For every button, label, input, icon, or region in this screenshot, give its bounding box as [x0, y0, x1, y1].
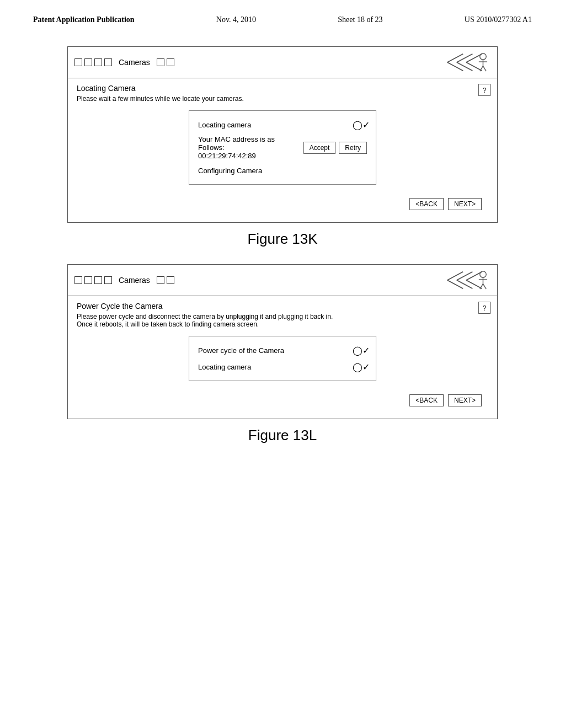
patent-number: US 2010/0277302 A1: [465, 15, 532, 24]
help-button-13k[interactable]: ?: [478, 84, 491, 96]
wizard-box-13l: Cameras: [67, 264, 498, 419]
next-button-13k[interactable]: NEXT>: [448, 198, 482, 210]
back-button-13l[interactable]: <BACK: [409, 394, 444, 406]
arrow-icon-area-13l: [441, 269, 491, 291]
help-button-13l[interactable]: ?: [478, 302, 491, 314]
locating-camera-check: ◯✓: [355, 119, 367, 131]
configuring-camera-label: Configuring Camera: [198, 167, 355, 175]
wizard-box-13k: Cameras: [67, 46, 498, 223]
svg-line-5: [466, 62, 482, 71]
svg-line-0: [447, 54, 463, 62]
nav-square-13l-1: [74, 276, 82, 284]
svg-point-6: [480, 53, 486, 60]
svg-line-10: [483, 66, 486, 72]
sheet-label: Sheet 18 of 23: [338, 15, 382, 24]
cameras-label-13k: Cameras: [119, 58, 150, 67]
wizard-title-13l: Power Cycle the Camera: [77, 302, 488, 311]
svg-line-3: [457, 62, 473, 71]
nav-squares-right-13l: [157, 276, 174, 284]
svg-line-21: [483, 284, 486, 290]
svg-line-4: [466, 54, 482, 62]
mac-label-block: Your MAC address is as Follows: 00:21:29…: [198, 135, 300, 160]
wizard-content-13k: ? Locating Camera Please wait a few minu…: [68, 78, 497, 222]
progress-row-configuring: Configuring Camera: [198, 164, 367, 176]
nav-square-2: [84, 58, 92, 66]
nav-square-3: [94, 58, 102, 66]
nav-square-13l-2: [84, 276, 92, 284]
svg-line-15: [466, 272, 482, 280]
arrow-svg-13k: [441, 51, 491, 73]
locating-camera-label-13l: Locating camera: [198, 363, 355, 371]
locating-camera-label: Locating camera: [198, 121, 355, 129]
wizard-footer-13k: <BACK NEXT>: [77, 194, 488, 217]
svg-point-17: [480, 271, 486, 277]
svg-line-16: [466, 280, 482, 288]
nav-square-13l-right-2: [167, 276, 174, 284]
nav-square-right-2: [167, 58, 174, 66]
locating-camera-check-13l: ◯✓: [355, 361, 367, 373]
cameras-label-13l: Cameras: [119, 276, 150, 285]
svg-line-13: [457, 272, 473, 280]
nav-square-13l-3: [94, 276, 102, 284]
accept-button[interactable]: Accept: [303, 142, 336, 154]
wizard-subtitle-13k: Please wait a few minutes while we locat…: [77, 95, 488, 103]
svg-line-1: [447, 62, 463, 71]
nav-square-13l-right-1: [157, 276, 164, 284]
nav-square-13l-4: [104, 276, 112, 284]
svg-line-11: [447, 272, 463, 280]
configuring-camera-check: [355, 164, 367, 176]
wizard-subtitle-13l-line1: Please power cycle and disconnect the ca…: [77, 313, 488, 328]
progress-box-13k: Locating camera ◯✓ Your MAC address is a…: [189, 110, 376, 185]
mac-label-line2: 00:21:29:74:42:89: [198, 152, 300, 160]
progress-box-13l: Power cycle of the Camera ◯✓ Locating ca…: [189, 336, 376, 381]
svg-line-14: [457, 280, 473, 288]
progress-row-power-cycle: Power cycle of the Camera ◯✓: [198, 344, 367, 356]
mac-label-line1: Your MAC address is as Follows:: [198, 135, 300, 152]
date-label: Nov. 4, 2010: [216, 15, 256, 24]
figure-13k-wrapper: Cameras: [44, 46, 521, 248]
publication-label: Patent Application Publication: [33, 15, 135, 24]
power-cycle-label: Power cycle of the Camera: [198, 346, 355, 355]
wizard-title-13k: Locating Camera: [77, 84, 488, 93]
figure-13l-wrapper: Cameras: [44, 264, 521, 444]
page-header: Patent Application Publication Nov. 4, 2…: [0, 0, 565, 24]
subtitle-line2: Once it reboots, it will be taken back t…: [77, 320, 259, 328]
retry-button[interactable]: Retry: [339, 142, 367, 154]
wizard-topbar-13k: Cameras: [68, 47, 497, 78]
power-cycle-check: ◯✓: [355, 344, 367, 356]
svg-line-2: [457, 54, 473, 62]
progress-row-locating: Locating camera ◯✓: [198, 119, 367, 131]
svg-line-12: [447, 280, 463, 288]
arrow-icon-area-13k: [441, 51, 491, 73]
next-button-13l[interactable]: NEXT>: [448, 394, 482, 406]
subtitle-line1: Please power cycle and disconnect the ca…: [77, 313, 333, 320]
arrow-svg-13l: [441, 269, 491, 291]
progress-row-locating-13l: Locating camera ◯✓: [198, 361, 367, 373]
nav-squares-left-13l: [74, 276, 112, 284]
nav-square-1: [74, 58, 82, 66]
nav-square-right-1: [157, 58, 164, 66]
figure-13l-caption: Figure 13L: [44, 427, 521, 444]
wizard-topbar-13l: Cameras: [68, 265, 497, 296]
back-button-13k[interactable]: <BACK: [409, 198, 444, 210]
figure-13k-caption: Figure 13K: [44, 231, 521, 248]
wizard-footer-13l: <BACK NEXT>: [77, 390, 488, 413]
nav-square-4: [104, 58, 112, 66]
mac-address-row: Your MAC address is as Follows: 00:21:29…: [198, 135, 367, 160]
nav-squares-right-13k: [157, 58, 174, 66]
wizard-content-13l: ? Power Cycle the Camera Please power cy…: [68, 296, 497, 419]
nav-squares-left-13k: [74, 58, 112, 66]
